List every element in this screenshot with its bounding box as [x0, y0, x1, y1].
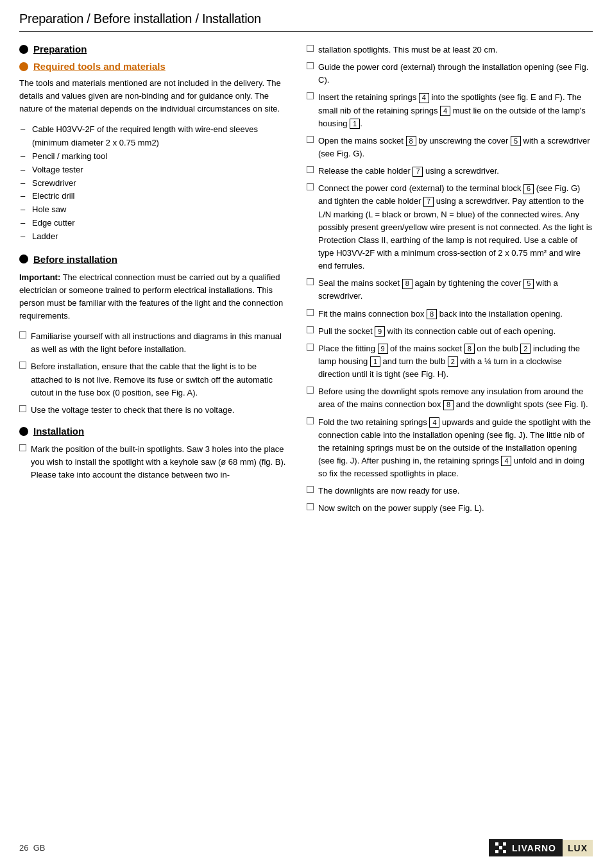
section-before-title: Before installation: [19, 254, 289, 265]
before-installation-heading: Before installation: [33, 254, 117, 265]
brand-name: LIVARNO: [512, 843, 556, 853]
language-code: GB: [33, 843, 46, 853]
list-item: Insert the retaining springs 4 into the …: [307, 91, 593, 129]
checkbox-icon: [307, 344, 314, 351]
ref-number: 1: [350, 119, 360, 129]
preparation-heading: Preparation: [33, 44, 87, 54]
installation-list-left: Mark the position of the built-in spotli…: [19, 443, 289, 481]
list-item: Guide the power cord (external) through …: [307, 61, 593, 87]
page-number: 26: [19, 843, 28, 853]
list-item: Hole saw: [27, 203, 289, 217]
checkbox-icon: [19, 331, 26, 338]
list-item: Voltage tester: [27, 163, 289, 177]
section-installation-title: Installation: [19, 426, 289, 437]
list-item: Now switch on the power supply (see Fig.…: [307, 502, 593, 515]
list-item: Ladder: [27, 230, 289, 244]
checkbox-icon: [19, 405, 26, 412]
checkbox-icon: [307, 62, 314, 69]
before-important-text: Important: The electrical connection mus…: [19, 271, 289, 323]
lux-label: LUX: [563, 840, 593, 856]
ref-number: 7: [423, 197, 434, 207]
ref-number: 4: [501, 456, 511, 466]
checkbox-icon: [307, 92, 314, 99]
ref-number: 1: [370, 356, 380, 367]
list-item: Electric drill: [27, 190, 289, 203]
ref-number: 9: [378, 344, 388, 354]
before-installation-list: Familiarise yourself with all instructio…: [19, 330, 289, 417]
list-item: Fold the two retaining springs 4 upwards…: [307, 416, 593, 481]
checkbox-icon: [19, 362, 26, 369]
installation-list-right: stallation spotlights. This must be at l…: [307, 44, 593, 515]
ref-number: 4: [440, 106, 450, 116]
list-item: Open the mains socket 8 by unscrewing th…: [307, 135, 593, 160]
list-item: Use the voltage tester to check that the…: [19, 404, 289, 417]
tools-heading: Required tools and materials: [33, 61, 166, 72]
checkbox-icon: [307, 136, 314, 143]
section-tools-title: Required tools and materials: [19, 61, 289, 72]
ref-number: 8: [406, 136, 416, 146]
list-item: Mark the position of the built-in spotli…: [19, 443, 289, 481]
list-item: Pencil / marking tool: [27, 150, 289, 163]
livarno-logo: LIVARNO: [489, 839, 563, 856]
list-item: Connect the power cord (external) to the…: [307, 182, 593, 272]
checkbox-icon: [307, 387, 314, 394]
ref-number: 9: [375, 326, 385, 337]
bullet-circle-icon-2: [19, 62, 28, 71]
list-item: Before using the downlight spots remove …: [307, 385, 593, 411]
ref-number: 8: [443, 400, 454, 410]
page-title: Preparation / Before installation / Inst…: [19, 12, 261, 26]
list-item: The downlights are now ready for use.: [307, 485, 593, 497]
checkbox-icon: [307, 278, 314, 285]
footer-page-info: 26 GB: [19, 843, 46, 853]
list-item: Pull the socket 9 with its connection ca…: [307, 325, 593, 338]
checkbox-icon: [19, 444, 26, 451]
page-footer: 26 GB LIVARNO LUX: [19, 839, 593, 856]
list-item: Fit the mains connection box 8 back into…: [307, 308, 593, 321]
list-item: Seal the mains socket 8 again by tighten…: [307, 277, 593, 303]
checkbox-icon: [307, 309, 314, 316]
ref-number: 8: [402, 279, 412, 289]
list-item: Edge cutter: [27, 217, 289, 230]
list-item: Release the cable holder 7 using a screw…: [307, 165, 593, 178]
checkbox-icon: [307, 183, 314, 190]
checkbox-icon: [307, 486, 314, 493]
checkbox-icon: [307, 417, 314, 424]
tools-body-text: The tools and materials mentioned are no…: [19, 77, 289, 115]
checkbox-icon: [307, 45, 314, 52]
bullet-circle-icon: [19, 45, 28, 54]
logo-grid-icon: [495, 842, 506, 853]
ref-number: 8: [464, 344, 475, 354]
list-item: Cable H03VV-2F of the required length wi…: [27, 123, 289, 150]
checkbox-icon: [307, 166, 314, 173]
ref-number: 2: [520, 344, 531, 354]
ref-number: 5: [523, 279, 534, 289]
installation-heading: Installation: [33, 426, 84, 437]
checkbox-icon: [307, 503, 314, 510]
list-item: Place the fitting 9 of the mains socket …: [307, 342, 593, 381]
two-column-layout: Preparation Required tools and materials…: [19, 44, 593, 521]
list-item: stallation spotlights. This must be at l…: [307, 44, 593, 56]
bullet-circle-icon-4: [19, 427, 28, 436]
tools-list: Cable H03VV-2F of the required length wi…: [27, 123, 289, 243]
page: Preparation / Before installation / Inst…: [0, 0, 612, 868]
list-item: Screwdriver: [27, 177, 289, 190]
bullet-circle-icon-3: [19, 255, 28, 263]
ref-number: 8: [427, 309, 437, 319]
list-item: Before installation, ensure that the cab…: [19, 360, 289, 399]
left-column: Preparation Required tools and materials…: [19, 44, 289, 521]
ref-number: 5: [511, 136, 521, 146]
brand-logo: LIVARNO LUX: [489, 839, 593, 856]
ref-number: 2: [448, 356, 458, 367]
ref-number: 4: [419, 93, 429, 103]
ref-number: 4: [429, 417, 439, 428]
page-header: Preparation / Before installation / Inst…: [19, 12, 593, 32]
checkbox-icon: [307, 326, 314, 333]
list-item: Familiarise yourself with all instructio…: [19, 330, 289, 356]
ref-number: 6: [523, 184, 534, 194]
ref-number: 7: [412, 167, 423, 177]
right-column: stallation spotlights. This must be at l…: [307, 44, 593, 521]
section-preparation-title: Preparation: [19, 44, 289, 54]
